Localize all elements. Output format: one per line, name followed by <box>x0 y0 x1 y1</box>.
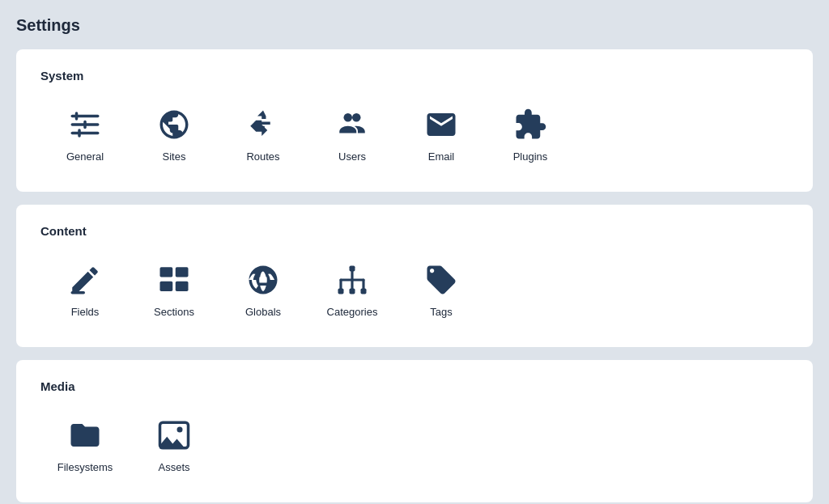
categories-icon <box>333 260 372 299</box>
categories-item[interactable]: Categories <box>308 254 397 324</box>
users-item[interactable]: Users <box>308 99 397 169</box>
filesystems-item[interactable]: Filesystems <box>40 409 130 480</box>
plugins-icon <box>511 105 550 144</box>
system-card: System General Si <box>16 49 813 192</box>
sites-label: Sites <box>163 150 186 163</box>
system-section-title: System <box>40 69 789 83</box>
fields-item[interactable]: Fields <box>40 254 130 324</box>
sites-icon <box>155 105 193 144</box>
svg-rect-1 <box>75 112 79 121</box>
general-icon <box>66 105 104 144</box>
media-section-title: Media <box>40 379 789 393</box>
filesystems-icon <box>66 416 104 455</box>
svg-point-9 <box>352 113 361 122</box>
email-label: Email <box>428 150 455 163</box>
tags-label: Tags <box>430 306 452 318</box>
general-label: General <box>66 150 104 163</box>
assets-icon <box>155 416 193 455</box>
svg-rect-14 <box>176 282 189 291</box>
media-card: Media Filesystems Assets <box>16 360 813 502</box>
sites-item[interactable]: Sites <box>130 99 219 169</box>
globals-item[interactable]: Globals <box>219 254 308 324</box>
media-icon-grid: Filesystems Assets <box>40 409 789 480</box>
svg-rect-4 <box>71 132 100 135</box>
sections-item[interactable]: Sections <box>130 254 219 324</box>
tags-item[interactable]: Tags <box>397 254 486 324</box>
fields-label: Fields <box>71 306 100 318</box>
svg-rect-13 <box>160 282 173 291</box>
svg-rect-3 <box>83 121 87 129</box>
svg-rect-10 <box>71 291 86 294</box>
email-item[interactable]: Email <box>397 99 486 169</box>
plugins-label: Plugins <box>513 150 548 163</box>
routes-label: Routes <box>246 150 279 163</box>
system-icon-grid: General Sites Routes <box>40 99 789 169</box>
svg-point-25 <box>177 427 183 433</box>
assets-label: Assets <box>158 461 189 473</box>
svg-rect-11 <box>160 267 173 277</box>
users-icon <box>333 105 372 144</box>
content-card: Content Fields Sections <box>16 205 813 347</box>
email-icon <box>422 105 461 144</box>
routes-icon <box>244 105 283 144</box>
users-label: Users <box>338 150 366 163</box>
svg-point-8 <box>344 113 353 122</box>
globals-label: Globals <box>245 306 281 318</box>
content-icon-grid: Fields Sections Globals <box>40 254 789 324</box>
svg-rect-5 <box>78 129 81 138</box>
tags-icon <box>422 260 461 299</box>
sections-label: Sections <box>154 306 194 318</box>
svg-rect-12 <box>176 267 189 277</box>
globals-icon <box>244 260 283 299</box>
filesystems-label: Filesystems <box>57 461 113 473</box>
general-item[interactable]: General <box>40 99 130 169</box>
plugins-item[interactable]: Plugins <box>486 99 575 169</box>
svg-rect-7 <box>255 122 270 125</box>
page-title: Settings <box>16 16 813 35</box>
fields-icon <box>66 260 104 299</box>
content-section-title: Content <box>40 224 789 238</box>
routes-item[interactable]: Routes <box>219 99 308 169</box>
sections-icon <box>155 260 193 299</box>
svg-rect-6 <box>261 126 265 130</box>
assets-item[interactable]: Assets <box>130 409 219 480</box>
categories-label: Categories <box>327 306 378 318</box>
